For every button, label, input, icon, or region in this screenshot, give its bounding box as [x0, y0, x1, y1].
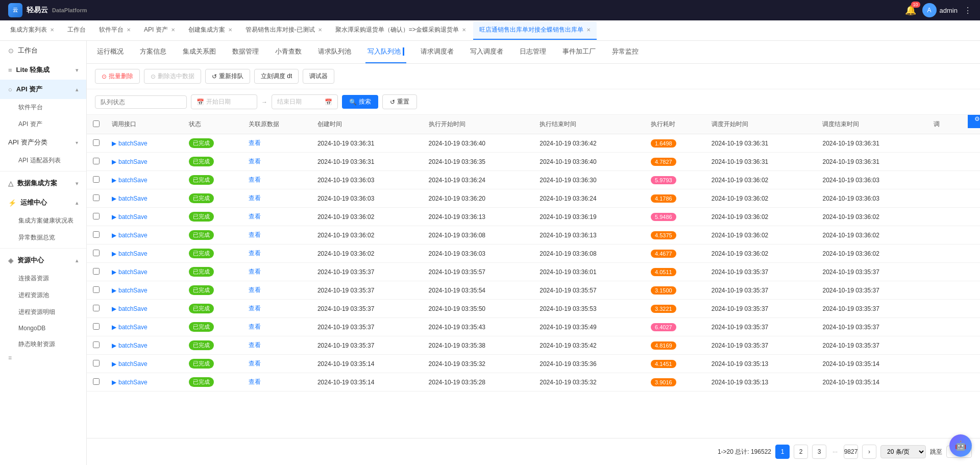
row-checkbox[interactable]: [93, 213, 100, 219]
row-raw-data[interactable]: 查看: [242, 281, 311, 300]
sidebar-sub-api-adapter[interactable]: API 适配器列表: [0, 152, 86, 169]
tab-close-icon[interactable]: ✕: [462, 27, 466, 33]
end-date-input[interactable]: 结束日期 📅: [272, 94, 338, 109]
row-checkbox-cell[interactable]: [87, 281, 106, 300]
row-checkbox[interactable]: [93, 305, 100, 311]
row-raw-data[interactable]: 查看: [242, 189, 311, 208]
row-checkbox[interactable]: [93, 286, 100, 293]
settings-button[interactable]: ⚙: [968, 115, 980, 128]
tab-software-platform[interactable]: 软件平台 ✕: [93, 21, 137, 40]
subnav-scheme-info[interactable]: 方案信息: [138, 41, 168, 63]
subnav-integration-diagram[interactable]: 集成关系图: [181, 41, 218, 63]
subnav-xiaozhu-count[interactable]: 小青查数: [273, 41, 304, 63]
page-btn-last[interactable]: 9827: [844, 445, 858, 459]
raw-data-link[interactable]: 查看: [249, 194, 261, 202]
raw-data-link[interactable]: 查看: [249, 286, 261, 293]
subnav-write-queue[interactable]: 写入队列池: [365, 41, 406, 63]
raw-data-link[interactable]: 查看: [249, 176, 261, 183]
queue-status-input[interactable]: [95, 95, 187, 109]
sidebar-item-data-integration[interactable]: △ 数据集成方案 ▾: [0, 174, 86, 193]
row-checkbox[interactable]: [93, 139, 100, 146]
sidebar-sub-api-assets[interactable]: API 资产: [0, 116, 86, 133]
row-checkbox[interactable]: [93, 231, 100, 238]
api-link[interactable]: ▶ batchSave: [112, 342, 177, 349]
raw-data-link[interactable]: 查看: [249, 231, 261, 238]
api-link[interactable]: ▶ batchSave: [112, 287, 177, 294]
row-checkbox[interactable]: [93, 378, 100, 385]
user-menu[interactable]: A admin: [922, 3, 958, 17]
row-raw-data[interactable]: 查看: [242, 336, 311, 355]
sidebar-sub-process-detail[interactable]: 进程资源明细: [0, 304, 86, 321]
api-link[interactable]: ▶ batchSave: [112, 324, 177, 331]
sidebar-item-ops-center[interactable]: ⚡ 运维中心 ▴: [0, 193, 86, 212]
raw-data-link[interactable]: 查看: [249, 323, 261, 330]
tab-create-integration[interactable]: 创建集成方案 ✕: [182, 21, 238, 40]
api-link[interactable]: ▶ batchSave: [112, 250, 177, 257]
subnav-write-scheduler[interactable]: 写入调度者: [468, 41, 505, 63]
search-button[interactable]: 🔍 搜索: [342, 95, 378, 109]
page-btn-3[interactable]: 3: [812, 445, 826, 459]
schedule-dt-button[interactable]: 立刻调度 dt: [254, 69, 299, 84]
raw-data-link[interactable]: 查看: [249, 305, 261, 312]
chat-assistant-button[interactable]: 🤖: [949, 434, 972, 457]
subnav-request-queue[interactable]: 请求队列池: [316, 41, 353, 63]
row-checkbox-cell[interactable]: [87, 134, 106, 153]
tab-manage-sales-out[interactable]: 管易销售出库对接-已测试 ✕: [239, 21, 328, 40]
row-raw-data[interactable]: 查看: [242, 373, 311, 391]
sidebar-item-api-classification[interactable]: API 资产分类 ▾: [0, 133, 86, 152]
topbar-more-icon[interactable]: ⋮: [964, 6, 972, 15]
sidebar-item-resource-center[interactable]: ◈ 资源中心 ▴: [0, 251, 86, 270]
raw-data-link[interactable]: 查看: [249, 378, 261, 385]
sidebar-sub-health-status[interactable]: 集成方案健康状况表: [0, 212, 86, 229]
row-checkbox[interactable]: [93, 341, 100, 348]
sidebar-item-workbench[interactable]: ⊙ 工作台: [0, 41, 86, 60]
subnav-request-scheduler[interactable]: 请求调度者: [419, 41, 456, 63]
row-raw-data[interactable]: 查看: [242, 263, 311, 281]
sidebar-item-api-assets-group[interactable]: ○ API 资产 ▴: [0, 80, 86, 99]
raw-data-link[interactable]: 查看: [249, 250, 261, 257]
row-checkbox[interactable]: [93, 360, 100, 366]
debugger-button[interactable]: 调试器: [303, 69, 334, 84]
raw-data-link[interactable]: 查看: [249, 341, 261, 349]
row-checkbox-cell[interactable]: [87, 226, 106, 244]
tab-close-icon[interactable]: ✕: [228, 27, 232, 33]
api-link[interactable]: ▶ batchSave: [112, 177, 177, 184]
row-checkbox-cell[interactable]: [87, 189, 106, 208]
row-raw-data[interactable]: 查看: [242, 208, 311, 226]
page-btn-1[interactable]: 1: [775, 445, 790, 459]
api-link[interactable]: ▶ batchSave: [112, 305, 177, 312]
raw-data-link[interactable]: 查看: [249, 268, 261, 275]
raw-data-link[interactable]: 查看: [249, 139, 261, 146]
start-date-input[interactable]: 📅 开始日期: [191, 94, 257, 109]
row-checkbox-cell[interactable]: [87, 208, 106, 226]
row-checkbox-cell[interactable]: [87, 171, 106, 189]
row-raw-data[interactable]: 查看: [242, 300, 311, 318]
batch-delete-button[interactable]: ⊙ 批量删除: [95, 69, 140, 84]
api-link[interactable]: ▶ batchSave: [112, 158, 177, 165]
subnav-abnormal-monitor[interactable]: 异常监控: [610, 41, 641, 63]
tab-purchase-return[interactable]: 聚水潭采购退货单（确认）=>金蝶采购退货单 ✕: [329, 21, 472, 40]
page-btn-2[interactable]: 2: [794, 445, 808, 459]
tab-workbench[interactable]: 工作台: [61, 21, 92, 40]
row-checkbox-cell[interactable]: [87, 300, 106, 318]
row-checkbox-cell[interactable]: [87, 318, 106, 336]
raw-data-link[interactable]: 查看: [249, 213, 261, 220]
select-all-header[interactable]: [87, 115, 106, 134]
row-raw-data[interactable]: 查看: [242, 244, 311, 263]
api-link[interactable]: ▶ batchSave: [112, 232, 177, 239]
row-raw-data[interactable]: 查看: [242, 134, 311, 153]
row-raw-data[interactable]: 查看: [242, 355, 311, 373]
tab-api-assets[interactable]: API 资产 ✕: [138, 21, 181, 40]
row-checkbox[interactable]: [93, 250, 100, 256]
api-link[interactable]: ▶ batchSave: [112, 195, 177, 202]
row-raw-data[interactable]: 查看: [242, 226, 311, 244]
sidebar-sub-software-platform[interactable]: 软件平台: [0, 99, 86, 116]
subnav-event-factory[interactable]: 事件加工厂: [560, 41, 598, 63]
row-checkbox[interactable]: [93, 176, 100, 183]
page-size-select[interactable]: 20 条/页 50 条/页 100 条/页: [880, 445, 926, 458]
row-checkbox[interactable]: [93, 158, 100, 164]
tab-close-icon[interactable]: ✕: [127, 27, 131, 33]
raw-data-link[interactable]: 查看: [249, 360, 261, 367]
api-link[interactable]: ▶ batchSave: [112, 379, 177, 386]
sidebar-sub-process-pool[interactable]: 进程资源池: [0, 287, 86, 304]
